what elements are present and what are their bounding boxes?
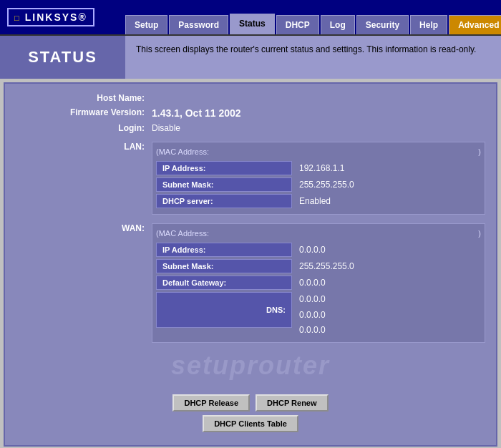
wan-network-box: (MAC Address: ) IP Address: 0.0.0.0 Subn… <box>152 223 485 343</box>
info-table: Host Name: Firmware Version: 1.43.1, Oct… <box>12 91 489 438</box>
logo-area: □ LINKSYS® <box>0 0 125 34</box>
dhcp-clients-table-button[interactable]: DHCP Clients Table <box>203 415 298 432</box>
host-name-row: Host Name: <box>12 91 489 105</box>
wan-dns-section: DNS: 0.0.0.0 0.0.0.0 0.0.0.0 <box>156 292 481 339</box>
wan-mac-value: ) <box>478 229 481 238</box>
wan-gateway-label: Default Gateway: <box>156 276 292 290</box>
wan-label: WAN: <box>12 221 148 345</box>
dhcp-action-buttons: DHCP Release DHCP Renew <box>16 394 485 412</box>
wan-gateway-row: Default Gateway: 0.0.0.0 <box>156 276 481 290</box>
page-description: This screen displays the router's curren… <box>125 36 501 79</box>
lan-mac-label: (MAC Address: <box>156 147 209 156</box>
tab-dhcp[interactable]: DHCP <box>276 15 319 34</box>
wan-subnet-value: 255.255.255.0 <box>292 261 354 271</box>
host-name-label: Host Name: <box>12 91 148 105</box>
wan-dns-values: 0.0.0.0 0.0.0.0 0.0.0.0 <box>292 292 326 339</box>
lan-dhcp-label: DHCP server: <box>156 194 292 208</box>
dns-value-1: 0.0.0.0 <box>299 292 326 308</box>
page-title: STATUS <box>28 48 97 67</box>
header-section: STATUS This screen displays the router's… <box>0 36 501 79</box>
dns-value-3: 0.0.0.0 <box>299 323 326 339</box>
wan-subnet-row: Subnet Mask: 255.255.255.0 <box>156 259 481 273</box>
main-content: Host Name: Firmware Version: 1.43.1, Oct… <box>4 82 497 447</box>
dhcp-renew-button[interactable]: DHCP Renew <box>256 394 328 412</box>
firmware-value: 1.43.1, Oct 11 2002 <box>148 105 489 121</box>
lan-content: (MAC Address: ) IP Address: 192.168.1.1 … <box>148 140 489 217</box>
nav-tabs: Setup Password Status DHCP Log Security … <box>125 0 501 34</box>
lan-subnet-row: Subnet Mask: 255.255.255.0 <box>156 177 481 192</box>
wan-dns-label: DNS: <box>156 292 292 328</box>
wan-ip-value: 0.0.0.0 <box>292 245 326 255</box>
tab-setup[interactable]: Setup <box>125 15 167 34</box>
tab-status[interactable]: Status <box>230 14 275 34</box>
linksys-logo: □ LINKSYS® <box>7 8 94 26</box>
wan-content: (MAC Address: ) IP Address: 0.0.0.0 Subn… <box>148 221 489 345</box>
lan-mac-value: ) <box>478 147 481 156</box>
lan-ip-label: IP Address: <box>156 161 292 175</box>
page-title-area: STATUS <box>0 36 125 79</box>
wan-ip-label: IP Address: <box>156 243 292 257</box>
firmware-row: Firmware Version: 1.43.1, Oct 11 2002 <box>12 105 489 121</box>
firmware-label: Firmware Version: <box>12 105 148 121</box>
watermark-row: setuprouter <box>12 345 489 386</box>
wan-ip-row: IP Address: 0.0.0.0 <box>156 243 481 257</box>
dhcp-buttons-row: DHCP Release DHCP Renew DHCP Clients Tab… <box>12 386 489 438</box>
description-text: This screen displays the router's curren… <box>136 44 476 54</box>
dhcp-release-button[interactable]: DHCP Release <box>172 394 250 412</box>
logo-icon: □ <box>14 14 20 22</box>
wan-mac-row: (MAC Address: ) <box>156 228 481 239</box>
wan-mac-label: (MAC Address: <box>156 229 209 238</box>
wan-section-row: WAN: (MAC Address: ) IP Address: 0.0.0.0… <box>12 221 489 345</box>
lan-section-row: LAN: (MAC Address: ) IP Address: 192.168… <box>12 140 489 217</box>
lan-mac-row: (MAC Address: ) <box>156 146 481 157</box>
wan-subnet-label: Subnet Mask: <box>156 259 292 273</box>
tab-log[interactable]: Log <box>321 15 355 34</box>
tab-password[interactable]: Password <box>169 15 228 34</box>
login-label: Login: <box>12 121 148 135</box>
lan-network-box: (MAC Address: ) IP Address: 192.168.1.1 … <box>152 142 485 215</box>
top-nav-bar: □ LINKSYS® Setup Password Status DHCP Lo… <box>0 0 501 36</box>
watermark-text: setuprouter <box>16 347 485 384</box>
tab-help[interactable]: Help <box>410 15 447 34</box>
lan-label: LAN: <box>12 140 148 217</box>
lan-subnet-value: 255.255.255.0 <box>292 180 354 190</box>
login-value: Disable <box>148 121 489 135</box>
host-name-value <box>148 91 489 105</box>
dns-value-2: 0.0.0.0 <box>299 308 326 323</box>
dhcp-clients-buttons: DHCP Clients Table <box>16 415 485 432</box>
tab-advanced[interactable]: Advanced <box>449 15 501 34</box>
lan-ip-row: IP Address: 192.168.1.1 <box>156 161 481 175</box>
lan-ip-value: 192.168.1.1 <box>292 163 344 173</box>
lan-dhcp-value: Enabled <box>292 196 331 206</box>
wan-gateway-value: 0.0.0.0 <box>292 278 326 288</box>
login-row: Login: Disable <box>12 121 489 135</box>
lan-subnet-label: Subnet Mask: <box>156 177 292 192</box>
tab-security[interactable]: Security <box>356 15 409 34</box>
linksys-text: LINKSYS® <box>25 11 87 23</box>
lan-dhcp-row: DHCP server: Enabled <box>156 194 481 208</box>
